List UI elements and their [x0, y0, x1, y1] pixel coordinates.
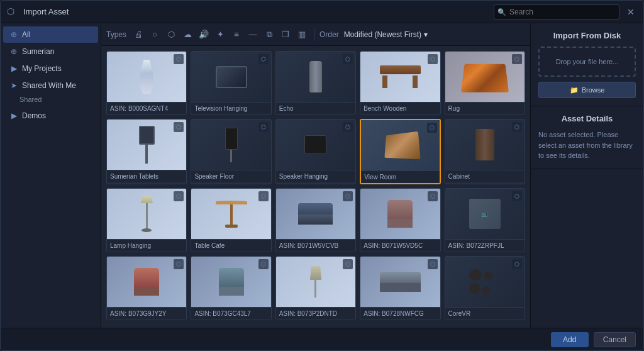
sidebar-item-my-projects[interactable]: ▶ My Projects [3, 60, 98, 77]
sidebar-item-all[interactable]: ⊕ All [3, 26, 98, 43]
search-input[interactable] [494, 4, 619, 20]
asset-card[interactable]: ⬡ ASIN: B073G9JY2Y [106, 256, 187, 320]
all-icon: ⊕ [9, 30, 18, 39]
asset-thumbnail: ⬡ [445, 120, 525, 170]
asset-card[interactable]: ⬡ ASIN: B000SAGNT4 [106, 51, 187, 115]
asset-card[interactable]: ⬡ Speaker Floor [191, 119, 271, 184]
import-section-title: Import From Disk [538, 31, 636, 40]
shared-icon: ➤ [9, 81, 18, 90]
armchair-shape [387, 200, 413, 228]
armchair2-shape [219, 268, 244, 296]
modal-footer: Add Cancel [1, 328, 643, 350]
asset-type-icon: ⬡ [343, 191, 353, 201]
cancel-button[interactable]: Cancel [594, 332, 636, 347]
asset-thumbnail: ⬡ [276, 257, 355, 307]
armchair-red-shape [134, 268, 159, 296]
asset-name: ASIN: B000SAGNT4 [107, 102, 186, 114]
type-filter-list[interactable]: ≡ [230, 28, 243, 42]
add-button[interactable]: Add [551, 332, 589, 347]
type-filter-circle[interactable]: ○ [148, 28, 162, 42]
close-button[interactable]: ✕ [625, 6, 637, 18]
asset-thumbnail: ⬡ [191, 189, 270, 239]
asset-card[interactable]: ⬡ ASIN: B073GC43L7 [191, 256, 271, 320]
cylinder-shape [309, 61, 322, 92]
asset-type-icon: ⬡ [258, 259, 269, 269]
sidebar-item-shared-with-me[interactable]: ➤ Shared With Me [3, 77, 98, 94]
type-filter-print[interactable]: 🖨 [131, 28, 145, 42]
asset-card[interactable]: ⬡ Table Cafe [191, 188, 271, 252]
asset-card[interactable]: ⬡ ASIN: B073P2DNTD [275, 256, 356, 320]
viewroom-shape [384, 131, 420, 160]
toolbar: Types 🖨 ○ ⬡ ☁ 🔊 ✦ ≡ — ⧉ ❒ ▥ Order Modifi… [101, 23, 530, 46]
drop-zone-text: Drop your file here... [556, 58, 619, 65]
tablet-shape [139, 126, 155, 164]
corevr-shape [469, 269, 501, 295]
type-filter-cloud[interactable]: ☁ [180, 28, 194, 42]
asset-card[interactable]: ⬡ Echo [275, 51, 356, 115]
asset-type-icon: ⬡ [343, 54, 353, 64]
order-select[interactable]: Modified (Newest First) ▾ [344, 30, 428, 39]
shared-sublabel: Shared [19, 96, 42, 103]
asset-name: ASIN: B073G9JY2Y [107, 307, 186, 320]
asset-thumbnail: ⬡ [360, 189, 440, 239]
type-filter-grid[interactable]: ▥ [295, 28, 309, 42]
speaker-floor-shape [225, 128, 238, 162]
browse-button[interactable]: 📁 Browse [538, 82, 636, 98]
asset-name: View Room [361, 170, 439, 183]
sidebar-item-demos[interactable]: ▶ Demos [3, 108, 98, 124]
sidebar-item-label: Demos [22, 111, 46, 120]
type-filter-fx[interactable]: ✦ [213, 28, 227, 42]
asset-card[interactable]: ⬡ ASIN: B0728NWFCG [360, 256, 440, 320]
asset-grid: ⬡ ASIN: B000SAGNT4 ⬡ Television Hanging … [101, 46, 530, 328]
asset-card[interactable]: ⬡ Television Hanging [191, 51, 271, 115]
search-wrapper: 🔍 [494, 4, 619, 20]
asset-type-icon: ⬡ [428, 259, 438, 269]
asset-name: Speaker Hanging [276, 170, 355, 182]
asset-thumbnail: ⬡ [276, 52, 355, 102]
asset-name: ASIN: B073P2DNTD [276, 307, 355, 320]
asset-name: Sumerian Tablets [107, 170, 186, 182]
asset-type-icon: ⬡ [174, 191, 184, 201]
asset-type-icon: ⬡ [174, 259, 184, 269]
type-filter-hex[interactable]: ⬡ [164, 28, 178, 42]
asset-card[interactable]: ⬡ Lamp Hanging [106, 188, 187, 252]
asset-card[interactable]: 📺 ⬡ ASIN: B072ZRPFJL [445, 188, 525, 252]
asset-card[interactable]: ⬡ CoreVR [445, 256, 525, 320]
asset-card[interactable]: ⬡ Sumerian Tablets [106, 119, 187, 184]
projects-icon: ▶ [9, 64, 18, 73]
main-content: Types 🖨 ○ ⬡ ☁ 🔊 ✦ ≡ — ⧉ ❒ ▥ Order Modifi… [101, 23, 530, 328]
asset-card[interactable]: ⬡ Cabinet [445, 119, 525, 184]
asset-thumbnail: ⬡ [361, 120, 439, 170]
asset-name: ASIN: B071W5VCVB [276, 239, 355, 252]
asset-type-icon: ⬡ [343, 122, 353, 132]
asset-card[interactable]: ⬡ Speaker Hanging [275, 119, 356, 184]
asset-card[interactable]: ⬡ ASIN: B071W5VD5C [360, 188, 440, 252]
type-filter-audio[interactable]: 🔊 [197, 28, 211, 42]
table-shape [216, 201, 247, 228]
asset-card-selected[interactable]: ⬡ View Room [360, 119, 440, 184]
asset-type-icon: ⬡ [428, 191, 438, 201]
asset-card[interactable]: ⬡ ASIN: B071W5VCVB [275, 188, 356, 252]
sidebar-item-label: Sumerian [22, 47, 54, 56]
import-from-disk-section: Import From Disk Drop your file here... … [531, 23, 643, 106]
asset-thumbnail: ⬡ [107, 120, 186, 170]
rug-shape [461, 64, 509, 92]
drop-zone[interactable]: Drop your file here... [538, 47, 636, 77]
asset-thumbnail: ⬡ [445, 52, 525, 102]
asset-card[interactable]: ⬡ Rug [445, 51, 525, 115]
sidebar-item-sumerian[interactable]: ⊕ Sumerian [3, 43, 98, 60]
asset-type-icon: ⬡ [512, 54, 522, 64]
search-icon: 🔍 [497, 8, 506, 16]
order-label: Order [319, 30, 339, 39]
type-filter-multi[interactable]: ⧉ [262, 28, 276, 42]
types-label: Types [106, 30, 126, 39]
type-filter-box[interactable]: ❒ [279, 28, 292, 42]
tv-shape [216, 66, 247, 88]
title-bar: ⬡ Import Asset 🔍 ✕ [1, 1, 643, 23]
asset-name: Bench Wooden [360, 102, 440, 114]
order-value: Modified (Newest First) [344, 30, 421, 39]
asset-card[interactable]: ⬡ Bench Wooden [360, 51, 440, 115]
asset-thumbnail: ⬡ [107, 257, 186, 307]
type-filter-dash[interactable]: — [246, 28, 260, 42]
asset-type-icon: ⬡ [258, 191, 269, 201]
